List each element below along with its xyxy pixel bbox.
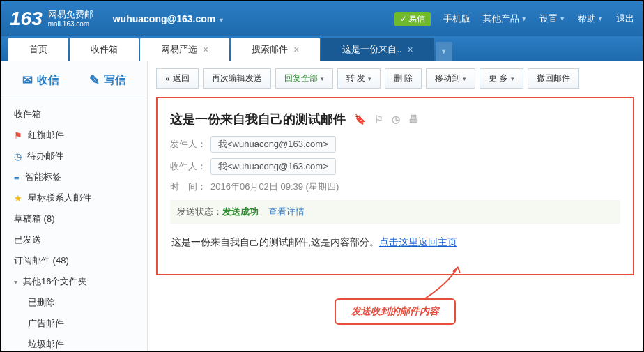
return-home-link[interactable]: 点击这里返回主页 — [379, 236, 457, 247]
mobile-link[interactable]: 手机版 — [443, 13, 470, 25]
clock-icon: ◷ — [14, 151, 22, 162]
folder-flag[interactable]: ⚑红旗邮件 — [1, 125, 147, 146]
bookmark-icon[interactable]: 🔖 — [354, 114, 366, 125]
folder-subscribe[interactable]: 订阅邮件 (48) — [1, 250, 147, 271]
mail-body: 这是一份来自我自己的测试邮件,这是内容部分。点击这里返回主页 — [170, 224, 620, 261]
settings-link[interactable]: 设置 ▼ — [539, 13, 565, 25]
close-icon[interactable]: × — [203, 44, 208, 55]
tag-icon: ≡ — [14, 172, 20, 183]
tab-yanxuan[interactable]: 网易严选× — [140, 38, 229, 61]
to-row: 收件人：我<wuhuacong@163.com> — [170, 158, 620, 175]
yixin-link[interactable]: ✓ 易信 — [394, 12, 431, 26]
close-icon[interactable]: × — [293, 44, 299, 55]
receive-button[interactable]: ✉收信 — [22, 72, 59, 88]
folder-sent[interactable]: 已发送 — [1, 229, 147, 250]
folder-other[interactable]: ▾其他16个文件夹 — [1, 271, 147, 292]
close-icon[interactable]: × — [408, 44, 413, 55]
star-icon: ★ — [14, 193, 22, 204]
tab-bar: 首页 收件箱 网易严选× 搜索邮件× 这是一份来自..× ▼ — [1, 36, 643, 61]
mail-toolbar: « 返回 再次编辑发送 回复全部 ▾ 转 发 ▾ 删 除 移动到 ▾ 更 多 ▾… — [156, 68, 634, 89]
moveto-button[interactable]: 移动到 ▾ — [426, 68, 475, 89]
mail-container: 这是一份来自我自己的测试邮件 🔖 ⚐ ◷ 🖶 发件人：我<wuhuacong@1… — [156, 97, 634, 275]
tab-home[interactable]: 首页 — [8, 38, 68, 61]
delete-button[interactable]: 删 除 — [385, 68, 422, 89]
folder-draft[interactable]: 草稿箱 (8) — [1, 208, 147, 229]
folder-smart[interactable]: ≡智能标签 — [1, 167, 147, 188]
tab-inbox[interactable]: 收件箱 — [70, 38, 139, 61]
user-email[interactable]: wuhuacong@163.com ▼ — [113, 13, 224, 24]
back-button[interactable]: « 返回 — [156, 68, 199, 89]
sidebar: ✉收信 ✎写信 收件箱 ⚑红旗邮件 ◷待办邮件 ≡智能标签 ★星标联系人邮件 草… — [1, 61, 148, 352]
logout-link[interactable]: 退出 — [616, 13, 634, 25]
products-link[interactable]: 其他产品 ▼ — [483, 13, 527, 25]
send-status: 发送状态：发送成功 查看详情 — [170, 200, 620, 224]
forward-button[interactable]: 转 发 ▾ — [337, 68, 381, 89]
folder-spam[interactable]: 垃圾邮件 — [1, 334, 147, 352]
flag-outline-icon[interactable]: ⚐ — [374, 114, 383, 125]
print-icon[interactable]: 🖶 — [408, 114, 418, 125]
tab-expand-button[interactable]: ▼ — [436, 42, 452, 61]
receive-icon: ✉ — [22, 72, 33, 88]
tab-current[interactable]: 这是一份来自..× — [321, 38, 434, 61]
time-row: 时 间：2016年06月02日 09:39 (星期四) — [170, 181, 620, 193]
compose-button[interactable]: ✎写信 — [89, 72, 126, 88]
reedit-button[interactable]: 再次编辑发送 — [203, 68, 271, 89]
header-nav: ✓ 易信 手机版 其他产品 ▼ 设置 ▼ 帮助 ▼ 退出 — [394, 12, 634, 26]
compose-icon: ✎ — [89, 72, 100, 88]
annotation-box: 发送收到的邮件内容 — [335, 298, 456, 325]
logo-text: 网易免费邮 mail.163.com — [48, 9, 93, 29]
status-detail-link[interactable]: 查看详情 — [268, 206, 305, 218]
recall-button[interactable]: 撤回邮件 — [528, 68, 579, 89]
folder-todo[interactable]: ◷待办邮件 — [1, 146, 147, 167]
app-header: 163 网易免费邮 mail.163.com wuhuacong@163.com… — [1, 1, 643, 36]
to-address[interactable]: 我<wuhuacong@163.com> — [210, 158, 336, 175]
help-link[interactable]: 帮助 ▼ — [578, 13, 604, 25]
folder-star[interactable]: ★星标联系人邮件 — [1, 188, 147, 208]
from-address[interactable]: 我<wuhuacong@163.com> — [210, 136, 336, 153]
folder-ad[interactable]: 广告邮件 — [1, 313, 147, 334]
chevron-down-icon: ▾ — [14, 278, 17, 286]
flag-icon: ⚑ — [14, 130, 22, 141]
folder-deleted[interactable]: 已删除 — [1, 292, 147, 313]
replyall-button[interactable]: 回复全部 ▾ — [275, 68, 333, 89]
logo-number: 163 — [10, 8, 43, 30]
clock-outline-icon[interactable]: ◷ — [392, 114, 400, 125]
more-button[interactable]: 更 多 ▾ — [480, 68, 523, 89]
tab-search[interactable]: 搜索邮件× — [231, 38, 320, 61]
folder-inbox[interactable]: 收件箱 — [1, 104, 147, 125]
from-row: 发件人：我<wuhuacong@163.com> — [170, 136, 620, 153]
mail-subject: 这是一份来自我自己的测试邮件 🔖 ⚐ ◷ 🖶 — [170, 111, 620, 128]
